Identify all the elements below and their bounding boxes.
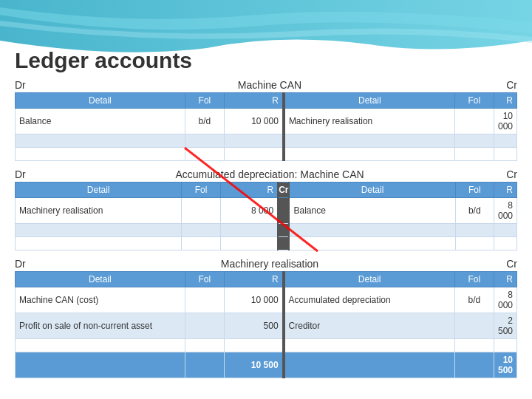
ad-th-detail2: Detail <box>289 183 455 198</box>
mc-row1-detail: Balance <box>16 109 185 134</box>
mc-row1-fol2 <box>454 109 494 134</box>
ad-th-fol: Fol <box>182 183 220 198</box>
mr-total-fol2 <box>454 352 494 378</box>
table-row <box>16 134 517 148</box>
mr-row1-r: 10 000 <box>224 287 282 313</box>
mr-row2-r: 500 <box>224 313 282 339</box>
mc-th-r2: R <box>494 93 516 109</box>
mr-row1-fol <box>185 287 224 313</box>
total-row: 10 500 10 500 <box>16 352 517 378</box>
mr-total-r: 10 500 <box>224 352 282 378</box>
table-row <box>16 224 517 237</box>
mr-row1-detail: Machine CAN (cost) <box>16 287 185 313</box>
mr-row2-detail2: Creditor <box>284 313 455 339</box>
mr-dr: Dr <box>15 258 30 270</box>
mr-th-fol2: Fol <box>454 272 494 287</box>
mr-th-r2: R <box>494 272 516 287</box>
mr-total-detail <box>16 352 185 378</box>
table-row: Balance b/d 10 000 Machinery realisation… <box>16 109 517 134</box>
table-row: Profit on sale of non-current asset 500 … <box>16 313 517 339</box>
mc-th-detail: Detail <box>16 93 185 109</box>
mr-table: Detail Fol R Detail Fol R Machine CAN (c… <box>15 271 517 378</box>
mr-th-r: R <box>224 272 282 287</box>
ad-row1-fol2: b/d <box>455 198 494 224</box>
mr-row2-detail: Profit on sale of non-current asset <box>16 313 185 339</box>
ad-row1-detail2: Balance <box>289 198 455 224</box>
accum-depr-table: Detail Fol R Cr Detail Fol R Machinery r… <box>15 182 517 250</box>
mc-th-fol: Fol <box>185 93 224 109</box>
ad-row1-detail: Machinery realisation <box>16 198 182 224</box>
ad-row1-r: 8 000 <box>220 198 278 224</box>
mc-th-detail2: Detail <box>284 93 454 109</box>
mc-row1-detail2: Machinery realisation <box>284 109 454 134</box>
machine-can-header: Dr Machine CAN Cr <box>15 79 517 91</box>
ad-th-fol2: Fol <box>455 183 494 198</box>
mr-row2-r2: 2 500 <box>494 313 516 339</box>
machine-can-title: Machine CAN <box>37 79 502 91</box>
machine-can-dr: Dr <box>15 79 30 91</box>
ad-th-r: R <box>220 183 278 198</box>
mr-total-detail2 <box>284 352 455 378</box>
mr-th-fol: Fol <box>185 272 224 287</box>
accum-depr-title: Accumulated depreciation: Machine CAN <box>37 168 502 180</box>
table-row <box>16 339 517 352</box>
mc-row1-r: 10 000 <box>225 109 283 134</box>
ad-row1-r2: 8 000 <box>494 198 516 224</box>
mc-th-r: R <box>225 93 283 109</box>
mr-row1-fol2: b/d <box>454 287 494 313</box>
table-row <box>16 148 517 161</box>
mr-total-fol <box>185 352 224 378</box>
table-row: Machine CAN (cost) 10 000 Accumulated de… <box>16 287 517 313</box>
accum-dr: Dr <box>15 168 30 180</box>
mr-header: Dr Machinery realisation Cr <box>15 258 517 270</box>
mr-th-detail2: Detail <box>284 272 455 287</box>
ad-row1-fol <box>182 198 220 224</box>
ad-th-detail: Detail <box>16 183 182 198</box>
accum-depr-section: Dr Accumulated depreciation: Machine CAN… <box>15 168 517 250</box>
mr-row2-fol2 <box>454 313 494 339</box>
mc-row1-r2: 10 000 <box>494 109 516 134</box>
accum-cr: Cr <box>502 168 517 180</box>
page-title: Ledger accounts <box>15 48 517 73</box>
mr-total-r2: 10 500 <box>494 352 516 378</box>
mr-cr: Cr <box>502 258 517 270</box>
accum-depr-header: Dr Accumulated depreciation: Machine CAN… <box>15 168 517 180</box>
table-row <box>16 237 517 250</box>
mr-th-detail: Detail <box>16 272 185 287</box>
machine-can-table: Detail Fol R Detail Fol R Balance b/d 10… <box>15 92 517 161</box>
mc-th-fol2: Fol <box>454 93 494 109</box>
mr-row1-r2: 8 000 <box>494 287 516 313</box>
ad-th-r2: R <box>494 183 516 198</box>
mr-row1-detail2: Accumulated depreciation <box>284 287 455 313</box>
mr-title: Machinery realisation <box>37 258 502 270</box>
machine-can-cr: Cr <box>502 79 517 91</box>
machinery-realisation-section: Dr Machinery realisation Cr Detail Fol R… <box>15 258 517 378</box>
mc-row1-fol: b/d <box>185 109 224 134</box>
machine-can-section: Dr Machine CAN Cr Detail Fol R Detail Fo… <box>15 79 517 161</box>
mr-row2-fol <box>185 313 224 339</box>
table-row: Machinery realisation 8 000 Balance b/d … <box>16 198 517 224</box>
